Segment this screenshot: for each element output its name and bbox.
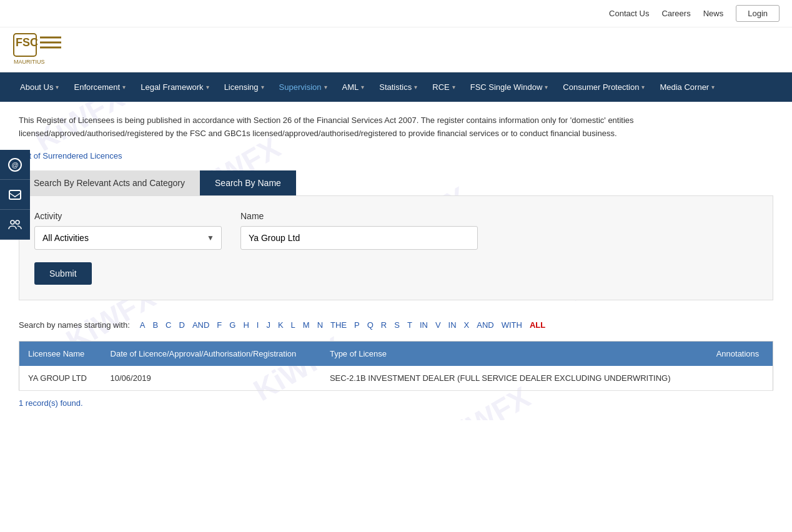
alpha-S[interactable]: S <box>392 319 402 331</box>
activity-group: Activity All Activities Investment Deale… <box>34 211 222 250</box>
nav-fsc-single-window[interactable]: FSC Single Window ▾ <box>463 72 556 102</box>
col-licensee-name: Licensee Name <box>19 341 102 366</box>
form-row: Activity All Activities Investment Deale… <box>34 211 758 250</box>
nav-licensing[interactable]: Licensing ▾ <box>217 72 272 102</box>
svg-text:@: @ <box>11 161 18 169</box>
logo[interactable]: FSC MAURITIUS <box>12 32 62 67</box>
alpha-THE[interactable]: THE <box>328 319 349 331</box>
surrendered-licences-link[interactable]: List of Surrendered Licences <box>19 151 122 160</box>
select-wrapper: All Activities Investment Dealer Investm… <box>34 226 222 250</box>
search-tabs: Search By Relevant Acts and Category Sea… <box>19 170 773 195</box>
table-header: Licensee Name Date of Licence/Approval/A… <box>19 341 773 366</box>
alpha-AND2[interactable]: AND <box>474 319 496 331</box>
alpha-P[interactable]: P <box>352 319 362 331</box>
chevron-down-icon: ▾ <box>122 84 126 91</box>
chevron-down-icon: ▾ <box>361 84 364 91</box>
table-body: YA GROUP LTD 10/06/2019 SEC-2.1B INVESTM… <box>19 366 773 391</box>
alpha-IN2[interactable]: IN <box>446 319 459 331</box>
sidebar-email-icon[interactable]: @ <box>0 150 30 180</box>
col-annotations: Annotations <box>708 341 773 366</box>
svg-text:MAURITIUS: MAURITIUS <box>14 59 45 65</box>
alpha-A[interactable]: A <box>137 319 148 331</box>
alpha-G[interactable]: G <box>227 319 238 331</box>
alpha-R[interactable]: R <box>379 319 389 331</box>
chevron-down-icon: ▾ <box>324 84 327 91</box>
alpha-V[interactable]: V <box>433 319 443 331</box>
chevron-down-icon: ▾ <box>452 84 455 91</box>
alpha-C[interactable]: C <box>163 319 174 331</box>
results-table: Licensee Name Date of Licence/Approval/A… <box>19 341 773 391</box>
news-link[interactable]: News <box>703 9 724 18</box>
chevron-down-icon: ▾ <box>206 84 209 91</box>
alpha-F[interactable]: F <box>214 319 224 331</box>
svg-point-9 <box>11 220 14 224</box>
nav-aml[interactable]: AML ▾ <box>335 72 372 102</box>
tab-search-by-acts[interactable]: Search By Relevant Acts and Category <box>19 170 200 195</box>
cell-annotations <box>708 366 773 391</box>
alpha-N[interactable]: N <box>315 319 325 331</box>
alpha-WITH[interactable]: WITH <box>499 319 525 331</box>
name-group: Name <box>240 211 478 250</box>
alpha-M[interactable]: M <box>300 319 312 331</box>
name-input[interactable] <box>240 226 478 250</box>
alpha-X[interactable]: X <box>462 319 472 331</box>
activity-label: Activity <box>34 211 222 221</box>
records-found: 1 record(s) found. <box>19 398 773 408</box>
table-row: YA GROUP LTD 10/06/2019 SEC-2.1B INVESTM… <box>19 366 773 391</box>
nav-statistics[interactable]: Statistics ▾ <box>372 72 425 102</box>
alpha-K[interactable]: K <box>275 319 286 331</box>
svg-text:FSC: FSC <box>16 36 38 49</box>
sidebar-newsletter-icon[interactable] <box>0 180 30 210</box>
alpha-B[interactable]: B <box>150 319 161 331</box>
name-label: Name <box>240 211 478 221</box>
contact-us-link[interactable]: Contact Us <box>609 9 649 18</box>
login-button[interactable]: Login <box>736 5 780 22</box>
col-type-of-license: Type of License <box>321 341 708 366</box>
chevron-down-icon: ▾ <box>56 84 59 91</box>
alpha-search-label: Search by names starting with: <box>19 320 130 330</box>
content-wrapper: This Register of Licensees is being publ… <box>19 114 773 408</box>
chevron-down-icon: ▾ <box>641 84 645 91</box>
nav-consumer-protection[interactable]: Consumer Protection ▾ <box>555 72 652 102</box>
alpha-H[interactable]: H <box>240 319 251 331</box>
search-form-container: Activity All Activities Investment Deale… <box>19 195 773 300</box>
nav-enforcement[interactable]: Enforcement ▾ <box>66 72 133 102</box>
alpha-J[interactable]: J <box>264 319 273 331</box>
nav-legal-framework[interactable]: Legal Framework ▾ <box>133 72 216 102</box>
sidebar-icons: @ <box>0 150 30 240</box>
alpha-IN[interactable]: IN <box>417 319 430 331</box>
svg-point-10 <box>16 220 19 224</box>
header: FSC MAURITIUS <box>0 27 792 72</box>
nav-media-corner[interactable]: Media Corner ▾ <box>652 72 722 102</box>
nav-rce[interactable]: RCE ▾ <box>425 72 462 102</box>
nav-about-us[interactable]: About Us ▾ <box>12 72 66 102</box>
sidebar-community-icon[interactable] <box>0 210 30 240</box>
alpha-T[interactable]: T <box>405 319 415 331</box>
cell-licensee-name: YA GROUP LTD <box>19 366 102 391</box>
chevron-down-icon: ▾ <box>261 84 264 91</box>
svg-rect-8 <box>9 190 21 199</box>
careers-link[interactable]: Careers <box>661 9 690 18</box>
chevron-down-icon: ▾ <box>711 84 715 91</box>
cell-date: 10/06/2019 <box>102 366 321 391</box>
tab-search-by-name[interactable]: Search By Name <box>200 170 296 195</box>
nav-supervision[interactable]: Supervision ▾ <box>272 72 335 102</box>
alpha-Q[interactable]: Q <box>365 319 376 331</box>
chevron-down-icon: ▾ <box>545 84 548 91</box>
alpha-D[interactable]: D <box>176 319 187 331</box>
alpha-ALL[interactable]: ALL <box>527 319 548 331</box>
submit-button[interactable]: Submit <box>34 262 92 285</box>
top-bar: Contact Us Careers News Login <box>0 0 792 27</box>
alpha-search: Search by names starting with: A B C D A… <box>19 319 773 331</box>
activity-select[interactable]: All Activities Investment Dealer Investm… <box>34 226 222 250</box>
alpha-I[interactable]: I <box>254 319 262 331</box>
alpha-L[interactable]: L <box>289 319 298 331</box>
alpha-AND[interactable]: AND <box>190 319 212 331</box>
info-description: This Register of Licensees is being publ… <box>19 114 773 140</box>
main-nav: About Us ▾ Enforcement ▾ Legal Framework… <box>0 72 792 102</box>
cell-type-of-license: SEC-2.1B INVESTMENT DEALER (FULL SERVICE… <box>321 366 708 391</box>
chevron-down-icon: ▾ <box>414 84 417 91</box>
main-content: KiWFX KiWFX KiWFX KiWFX KiWFX KiWFX KiWF… <box>0 102 792 420</box>
col-date: Date of Licence/Approval/Authorisation/R… <box>102 341 321 366</box>
